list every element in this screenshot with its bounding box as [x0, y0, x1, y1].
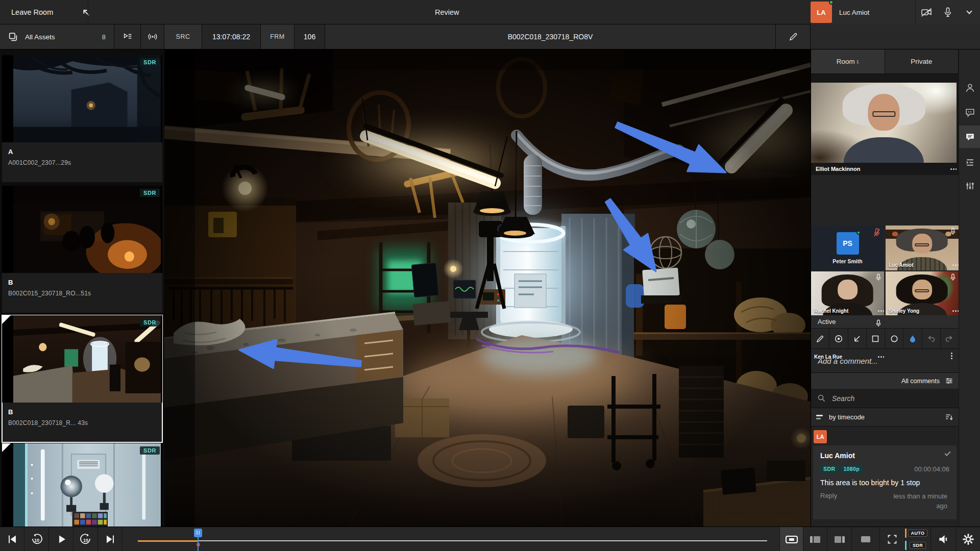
search-comments-input[interactable] — [831, 394, 959, 403]
rectangle-tool[interactable] — [867, 329, 885, 348]
sliders-icon — [965, 181, 975, 191]
comments-rail-button-active[interactable] — [959, 126, 980, 148]
rewind-10-button[interactable]: 10 — [24, 527, 49, 551]
participant-tile-peter[interactable]: PS Peter Smith — [811, 226, 884, 270]
auto-mode[interactable]: AUTO — [905, 527, 930, 539]
fullscreen-button[interactable] — [879, 527, 904, 551]
mic-button[interactable] — [937, 0, 959, 24]
rewind-10-icon: 10 — [30, 533, 43, 546]
undo-button[interactable] — [922, 329, 941, 348]
display-modes: AUTO SDR — [905, 527, 930, 551]
tab-private[interactable]: Private — [885, 49, 959, 73]
playlist-button[interactable] — [114, 24, 141, 49]
arrow-tool[interactable] — [848, 329, 867, 348]
add-comment-row — [811, 349, 959, 373]
timeline-track — [138, 540, 767, 541]
annotate-pencil-button[interactable] — [776, 24, 811, 49]
broadcast-icon — [147, 31, 158, 42]
asset-name: A001C002_2307...29s — [8, 159, 156, 166]
tab-room-label: Room — [837, 58, 855, 65]
redo-button[interactable] — [941, 329, 959, 348]
resolution-badge: 1080p — [840, 465, 863, 473]
ellipse-tool[interactable] — [885, 329, 903, 348]
user-menu-chevron[interactable] — [959, 0, 980, 24]
chat-rail-button[interactable] — [959, 101, 980, 123]
all-assets-button[interactable]: All Assets 8 — [0, 24, 114, 49]
sort-direction-button[interactable] — [945, 413, 953, 421]
all-comments-filter[interactable]: All comments — [901, 378, 940, 385]
adjust-rail-button[interactable] — [959, 174, 980, 197]
tile-more-icon[interactable] — [951, 353, 952, 354]
comment-footer: Reply less than a minute ago — [820, 492, 950, 511]
camera-label: B — [8, 408, 156, 416]
live-sync-button[interactable] — [141, 24, 164, 49]
single-view-icon — [786, 536, 798, 543]
tile-more-icon[interactable] — [878, 310, 879, 312]
indent-list-icon — [965, 157, 975, 168]
volume-button[interactable] — [930, 527, 956, 551]
circle-icon — [890, 334, 899, 343]
annotation-toolbar — [811, 329, 959, 349]
scifi-thumb — [13, 443, 161, 527]
mic-on-icon — [950, 273, 956, 282]
leave-room-button[interactable]: Leave Room — [11, 0, 90, 24]
video-viewer[interactable] — [164, 49, 811, 527]
asset-card-4[interactable]: SDR — [2, 443, 162, 527]
asset-meta: B B002C018_230718_R... 43s — [2, 403, 162, 442]
tile-more-icon[interactable] — [952, 264, 954, 266]
split-right-view-button[interactable] — [827, 527, 851, 551]
src-label: SRC — [164, 24, 202, 49]
pencil-icon — [816, 334, 825, 343]
participant-tile-luc[interactable]: Luc Amiot — [886, 226, 959, 270]
comment-timecode[interactable]: 00:00:04:06 — [914, 465, 950, 473]
mic-on-icon — [875, 273, 881, 282]
timeline[interactable] — [138, 527, 767, 551]
asset-card-3-selected[interactable]: SDR — [2, 315, 162, 442]
participant-name: Rachel Knight — [814, 308, 848, 314]
play-button[interactable] — [49, 527, 74, 551]
skip-to-end-button[interactable] — [98, 527, 122, 551]
participant-tile-rachel[interactable]: Rachel Knight — [811, 271, 884, 316]
sdr-mode[interactable]: SDR — [905, 539, 930, 551]
gear-icon — [962, 533, 974, 545]
camera-off-button[interactable] — [916, 0, 937, 24]
asset-card-1[interactable]: SDR A A001C002_2307...29s — [2, 55, 162, 182]
clip-title: B002C018_230718_RO8V — [325, 24, 776, 49]
timeline-progress — [138, 540, 198, 542]
active-section-header: Active — [811, 315, 959, 329]
settings-button[interactable] — [956, 527, 980, 551]
display-mode-toggle[interactable]: AUTO SDR — [904, 527, 930, 551]
asset-card-2[interactable]: SDR B B002C015_23071 — [2, 186, 162, 313]
single-view-button[interactable] — [779, 527, 803, 551]
skip-to-start-button[interactable] — [0, 527, 24, 551]
featured-video-tile[interactable]: Elliot Mackinnon — [811, 83, 957, 175]
laser-target-tool[interactable] — [829, 329, 848, 348]
comments-panel: Comments Room 1 Private — [811, 24, 980, 527]
comment-text: This area is too bright by 1 stop — [820, 479, 950, 487]
featured-video — [811, 83, 957, 163]
sort-icon[interactable] — [816, 415, 823, 419]
queue-rail-button[interactable] — [959, 151, 980, 173]
participants-rail-button[interactable] — [959, 77, 980, 99]
reply-button[interactable]: Reply — [820, 492, 837, 511]
playhead[interactable] — [194, 529, 202, 551]
search-icon — [817, 394, 826, 403]
tile-more-icon[interactable] — [952, 310, 954, 312]
color-picker-tool[interactable] — [903, 329, 922, 348]
full-width-view-button[interactable] — [851, 527, 879, 551]
draw-pencil-tool[interactable] — [811, 329, 829, 348]
forward-10-button[interactable]: 10 — [74, 527, 98, 551]
asset-meta: B B002C015_230718_RO...51s — [2, 273, 162, 313]
user-avatar[interactable]: LA — [811, 2, 832, 23]
full-width-icon — [861, 536, 870, 542]
mic-on-icon — [945, 86, 952, 95]
split-left-view-button[interactable] — [803, 527, 827, 551]
sort-by-label[interactable]: by timecode — [829, 413, 865, 421]
chat-quote-icon — [965, 107, 975, 118]
tab-room[interactable]: Room 1 — [811, 49, 885, 73]
tile-more-icon[interactable] — [878, 356, 879, 358]
tile-more-icon[interactable] — [950, 168, 952, 170]
filter-sliders-icon[interactable] — [945, 377, 953, 385]
comment-card[interactable]: Luc Amiot SDR 1080p 00:00:04:06 This are… — [813, 445, 957, 519]
participant-tile-shirley[interactable]: Shirley Yong — [886, 271, 959, 316]
